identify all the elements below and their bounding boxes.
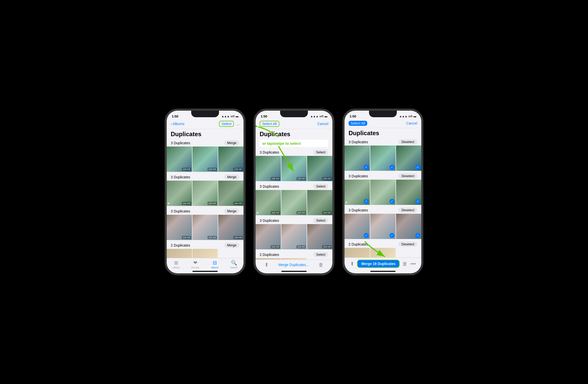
dup-group-3-1: 3 Duplicates Deselect ✓ ✓ ✓	[345, 138, 421, 171]
photo-cell[interactable]: 334 KB	[167, 215, 192, 240]
dup-label-1-3: 3 Duplicates	[171, 209, 190, 213]
status-time-3: 1:50	[350, 114, 356, 118]
photo-cell[interactable]: ♥ ✓	[345, 180, 370, 205]
photo-cell[interactable]: ✓	[370, 180, 396, 205]
photo-cell[interactable]: ✓	[396, 214, 421, 239]
delete-icon-2[interactable]: 🗑	[318, 262, 324, 268]
photo-size: 334 KB	[271, 245, 280, 248]
cancel-button-3[interactable]: Cancel	[406, 121, 417, 125]
merge-btn-1-2[interactable]: Merge	[224, 174, 239, 180]
cancel-button-2[interactable]: Cancel	[317, 122, 328, 126]
status-time-2: 1:50	[261, 114, 267, 118]
photo-cell[interactable]: 334 KB	[256, 224, 281, 249]
photo-cell[interactable]: 230 KB	[218, 147, 243, 172]
photo-cell[interactable]	[281, 258, 307, 259]
photo-cell[interactable]: 334 KB	[192, 215, 218, 240]
photo-cell[interactable]: 334 KB	[281, 224, 307, 249]
photo-cell[interactable]: ✓	[370, 214, 396, 239]
photo-cell[interactable]: 444 KB	[281, 190, 307, 215]
photo-cell[interactable]: ✓	[370, 248, 396, 257]
photo-size: 334 KB	[322, 245, 331, 248]
merge-duplicates-btn-2[interactable]: Merge Duplicates...	[278, 263, 309, 267]
photo-cell[interactable]	[192, 249, 218, 258]
select-btn-2-3[interactable]: Select	[313, 218, 328, 223]
dup-group-2-3: 3 Duplicates Select 334 KB 334 KB 334 KB	[256, 216, 332, 249]
dup-group-3-2: 3 Duplicates Deselect ♥ ✓ ✓ ✓	[345, 172, 421, 205]
photo-cell[interactable]: ✓	[345, 248, 370, 257]
delete-icon-3[interactable]: 🗑	[402, 261, 407, 267]
page-title-1: Duplicates	[167, 129, 243, 139]
dup-header-2-1: 3 Duplicates Select	[256, 148, 332, 156]
scroll-content-2[interactable]: 3 Duplicates Select 230 KB 230 KB 230 KB…	[256, 148, 332, 259]
merge-btn-1-4[interactable]: Merge	[224, 243, 239, 248]
photo-cell[interactable]: ✓	[370, 146, 396, 171]
deselect-btn-3-1[interactable]: Deselect	[398, 139, 417, 145]
dup-label-2-1: 3 Duplicates	[260, 150, 279, 154]
dup-group-1-4: 2 Duplicates Merge	[167, 241, 243, 258]
more-icon-3[interactable]: •••	[410, 261, 416, 267]
dup-header-3-4: 2 Duplicates Deselect	[345, 240, 421, 248]
deselect-btn-3-2[interactable]: Deselect	[398, 173, 417, 179]
deselect-btn-3-3[interactable]: Deselect	[398, 207, 417, 213]
photo-cell[interactable]: 230 KB	[281, 156, 307, 181]
battery-icon-2: ▬	[325, 115, 327, 118]
select-btn-2-2[interactable]: Select	[313, 184, 328, 189]
photo-cell[interactable]: 444 KB	[307, 190, 332, 215]
status-time-1: 1:50	[172, 114, 178, 118]
photo-cell[interactable]: ✓	[396, 146, 421, 171]
check-icon: ✓	[415, 233, 420, 238]
photo-cell[interactable]: 334 KB	[307, 224, 332, 249]
merge-19-button[interactable]: Merge 19 Duplicates	[357, 260, 399, 268]
photo-cell[interactable]: ♥ 444 KB	[256, 190, 281, 215]
share-icon-2[interactable]: ⬆	[264, 262, 269, 268]
more-button-1[interactable]: ...	[236, 122, 239, 126]
photo-cell[interactable]: 334 KB	[218, 215, 243, 240]
photo-cell[interactable]: 230 KB	[307, 156, 332, 181]
photo-grid-1-3: 334 KB 334 KB 334 KB	[167, 215, 243, 240]
photo-cell[interactable]: ♥ 444 KB	[167, 181, 192, 206]
tab-library[interactable]: ⊞ Library	[173, 260, 180, 269]
dup-group-1-3: 3 Duplicates Merge 334 KB 334 KB 334 KB	[167, 207, 243, 240]
check-icon: ✓	[364, 199, 369, 204]
select-btn-2-4[interactable]: Select	[313, 252, 328, 257]
dup-label-2-3: 3 Duplicates	[260, 219, 279, 223]
page-title-2: Duplicates	[256, 129, 332, 139]
photo-cell[interactable]: 230 KB	[192, 147, 218, 172]
share-icon-3[interactable]: ⬆	[350, 261, 354, 267]
scroll-content-3[interactable]: 3 Duplicates Deselect ✓ ✓ ✓	[345, 138, 421, 257]
photo-cell[interactable]	[167, 249, 192, 258]
merge-btn-1-3[interactable]: Merge	[224, 208, 239, 214]
photo-cell[interactable]: 444 KB	[192, 181, 218, 206]
photo-cell[interactable]: 444 KB	[218, 181, 243, 206]
dup-group-3-4: 2 Duplicates Deselect ✓ ✓	[345, 240, 421, 257]
deselect-btn-3-4[interactable]: Deselect	[398, 242, 417, 247]
photo-grid-2-3: 334 KB 334 KB 334 KB	[256, 224, 332, 249]
select-button-1[interactable]: Select	[219, 121, 234, 127]
library-icon: ⊞	[174, 260, 178, 266]
select-all-button-2[interactable]: Select All	[260, 121, 279, 127]
tab-search[interactable]: 🔍 Search	[230, 260, 238, 269]
photo-cell[interactable]: ✓	[396, 180, 421, 205]
photo-cell[interactable]: 230 KB	[256, 156, 281, 181]
wifi-icon-2: wifi	[320, 115, 324, 118]
tab-for-you[interactable]: ❤ For You	[191, 260, 199, 269]
photo-cell[interactable]: 230 KB	[167, 147, 192, 172]
photo-cell[interactable]	[256, 258, 281, 259]
merge-btn-1-1[interactable]: Merge	[224, 140, 239, 146]
dup-header-3-2: 3 Duplicates Deselect	[345, 172, 421, 180]
photo-size: 444 KB	[297, 211, 306, 214]
select-btn-2-1[interactable]: Select	[313, 150, 328, 155]
check-icon: ✓	[415, 199, 420, 204]
photo-grid-1-1: 230 KB 230 KB 230 KB	[167, 147, 243, 172]
tab-label-library: Library	[173, 266, 180, 269]
scroll-content-1[interactable]: 3 Duplicates Merge 230 KB 230 KB 230 KB	[167, 139, 243, 258]
back-button-1[interactable]: ‹ Albums	[171, 122, 184, 126]
select-all-button-3[interactable]: Select All	[349, 121, 367, 126]
dup-header-3-1: 3 Duplicates Deselect	[345, 138, 421, 146]
signal-icon: ▲▲▲	[221, 115, 230, 118]
tab-albums[interactable]: ⊟ Albums	[211, 260, 218, 269]
photo-cell[interactable]: ✓	[345, 146, 370, 171]
screen-3: 1:50 ▲▲▲ wifi ▬ Select All Cancel Duplic…	[345, 111, 421, 273]
photo-cell[interactable]: ✓	[345, 214, 370, 239]
scene: 1:50 ▲▲▲ wifi ▬ ‹ Albums Select ...	[155, 99, 433, 285]
